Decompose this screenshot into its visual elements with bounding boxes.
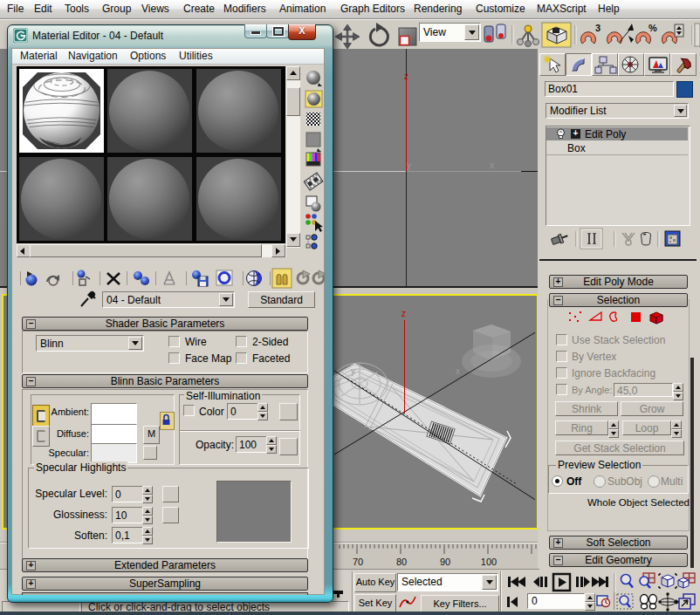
svg-text:z: z <box>401 309 406 318</box>
svg-text:100: 100 <box>481 557 497 567</box>
svg-text:90: 90 <box>440 557 450 567</box>
svg-text:70: 70 <box>353 557 363 567</box>
svg-text:3: 3 <box>595 23 600 33</box>
svg-text:%: % <box>649 23 657 33</box>
svg-text:80: 80 <box>396 557 407 567</box>
svg-text:y: y <box>351 366 355 376</box>
svg-text:x: x <box>456 366 460 376</box>
